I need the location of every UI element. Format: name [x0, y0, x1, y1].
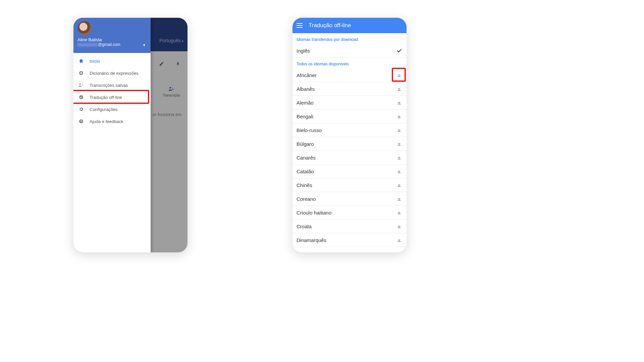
- download-icon[interactable]: [396, 195, 402, 202]
- svg-rect-12: [398, 159, 401, 160]
- language-row[interactable]: Bengali: [292, 110, 407, 123]
- drawer-item-gear[interactable]: Configurações: [73, 103, 151, 115]
- user-name: Aline Batista: [77, 37, 147, 42]
- drawer-item-label: Transcrições salvas: [90, 83, 128, 88]
- drawer-item-offline[interactable]: Tradução off-line: [73, 91, 151, 103]
- nav-drawer: Aline Batista @gmail.com ▼ InícioDicioná…: [73, 18, 151, 252]
- download-icon[interactable]: [396, 182, 402, 188]
- svg-rect-9: [398, 118, 401, 118]
- language-label: Africâner: [297, 72, 317, 78]
- language-row[interactable]: Bielo-russo: [292, 123, 407, 137]
- language-row[interactable]: Coreano: [292, 192, 407, 206]
- download-icon[interactable]: [396, 168, 402, 175]
- menu-icon[interactable]: [297, 23, 303, 28]
- star-icon: [78, 70, 84, 76]
- language-row[interactable]: Canarês: [292, 151, 407, 165]
- download-icon[interactable]: [396, 209, 402, 216]
- svg-rect-7: [398, 90, 401, 91]
- language-row[interactable]: Croata: [292, 220, 407, 233]
- download-icon[interactable]: [396, 72, 402, 78]
- drawer-item-label: Dicionário de expressões: [90, 71, 139, 76]
- drawer-header: Aline Batista @gmail.com ▼: [73, 18, 151, 53]
- section-header-downloaded: Idiomas transferidos por download: [292, 33, 407, 44]
- drawer-item-label: Tradução off-line: [90, 95, 122, 100]
- phone-left: Português Transcrição or funciona em Ali…: [73, 18, 187, 252]
- svg-rect-16: [398, 214, 401, 215]
- drawer-item-label: Configurações: [90, 107, 118, 112]
- language-row[interactable]: Africâner: [292, 68, 407, 82]
- language-row[interactable]: Alemão: [292, 96, 407, 110]
- svg-rect-10: [398, 131, 401, 132]
- gear-icon: [78, 107, 84, 112]
- download-icon[interactable]: [396, 85, 402, 92]
- language-row[interactable]: Dinamarquês: [292, 233, 407, 247]
- help-icon: ?: [78, 119, 84, 124]
- svg-rect-6: [398, 76, 401, 77]
- language-label: Alemão: [297, 100, 314, 106]
- download-icon[interactable]: [396, 127, 402, 133]
- download-icon[interactable]: [396, 113, 402, 120]
- download-icon[interactable]: [396, 140, 402, 147]
- language-label: Albanês: [297, 86, 315, 92]
- language-row[interactable]: Crioulo haitiano: [292, 206, 407, 220]
- email-redacted: [77, 43, 98, 47]
- language-label: Coreano: [297, 196, 316, 202]
- language-label: Dinamarquês: [297, 237, 326, 243]
- drawer-item-label: Ajuda e feedback: [90, 119, 123, 124]
- account-dropdown-icon[interactable]: ▼: [143, 43, 146, 47]
- user-email: @gmail.com: [77, 42, 147, 47]
- drawer-item-star[interactable]: Dicionário de expressões: [73, 67, 151, 79]
- language-label: Croata: [297, 224, 312, 229]
- language-row[interactable]: Inglês: [292, 44, 407, 58]
- app-header: Tradução off-line: [292, 18, 407, 33]
- language-label: Crioulo haitiano: [297, 210, 331, 216]
- svg-rect-8: [398, 104, 401, 105]
- language-row[interactable]: Catalão: [292, 165, 407, 178]
- drawer-item-voice[interactable]: Transcrições salvas: [73, 79, 151, 91]
- download-icon[interactable]: [396, 99, 402, 106]
- language-label: Chinês: [297, 182, 312, 188]
- svg-text:?: ?: [80, 120, 82, 123]
- phone-right: Tradução off-line Idiomas transferidos p…: [292, 18, 407, 252]
- svg-rect-18: [398, 241, 401, 242]
- drawer-items: InícioDicionário de expressõesTranscriçõ…: [73, 53, 151, 129]
- drawer-item-help[interactable]: ?Ajuda e feedback: [73, 115, 151, 127]
- drawer-item-home[interactable]: Início: [73, 55, 151, 67]
- svg-rect-14: [398, 186, 401, 187]
- check-icon: [396, 47, 402, 54]
- avatar[interactable]: [77, 21, 92, 35]
- language-label: Catalão: [297, 169, 314, 174]
- offline-icon: [78, 95, 84, 100]
- svg-rect-15: [398, 200, 401, 201]
- language-label: Bengali: [297, 114, 313, 119]
- download-icon[interactable]: [396, 154, 402, 161]
- svg-rect-11: [398, 145, 401, 146]
- download-icon[interactable]: [396, 237, 402, 243]
- language-row[interactable]: Albanês: [292, 82, 407, 96]
- downloaded-list: Inglês: [292, 44, 407, 58]
- language-label: Bielo-russo: [297, 127, 322, 133]
- available-list: AfricânerAlbanêsAlemãoBengaliBielo-russo…: [292, 68, 407, 247]
- page-title: Tradução off-line: [309, 22, 351, 29]
- download-icon[interactable]: [396, 223, 402, 230]
- drawer-item-label: Início: [90, 59, 100, 64]
- svg-rect-13: [398, 173, 401, 173]
- language-label: Inglês: [297, 48, 310, 54]
- language-label: Búlgaro: [297, 141, 314, 147]
- svg-rect-17: [398, 228, 401, 228]
- home-icon: [78, 58, 84, 64]
- language-label: Canarês: [297, 155, 316, 161]
- voice-icon: [78, 82, 84, 88]
- language-row[interactable]: Chinês: [292, 178, 407, 192]
- svg-point-2: [79, 83, 81, 85]
- section-header-available: Todos os idiomas disponíveis: [292, 58, 407, 68]
- language-row[interactable]: Búlgaro: [292, 137, 407, 151]
